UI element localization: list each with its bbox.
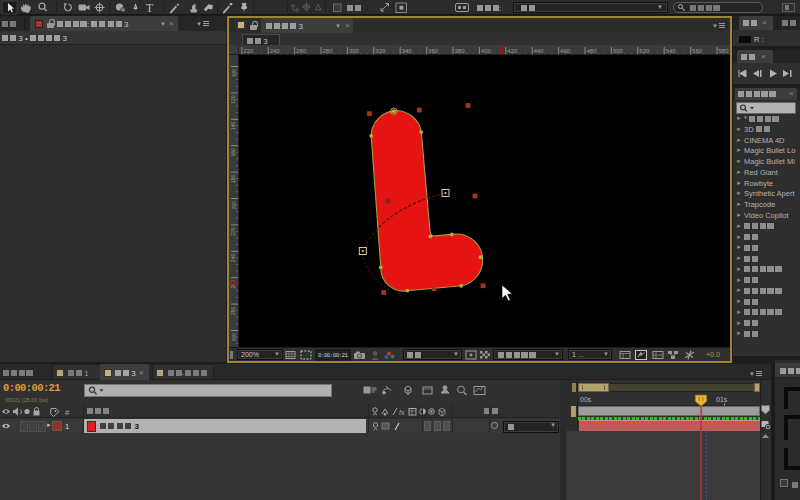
svg-text:220: 220 [231, 227, 237, 236]
svg-text:580: 580 [719, 48, 730, 54]
svg-text:480: 480 [587, 48, 598, 54]
svg-text:120: 120 [231, 95, 237, 104]
svg-text:560: 560 [692, 48, 703, 54]
svg-text:160: 160 [231, 148, 237, 157]
svg-text:300: 300 [349, 48, 360, 54]
svg-text:340: 340 [402, 48, 413, 54]
svg-text:300: 300 [231, 333, 237, 342]
svg-text:220: 220 [243, 48, 254, 54]
svg-text:360: 360 [428, 48, 439, 54]
svg-text:260: 260 [296, 48, 307, 54]
svg-text:200: 200 [231, 201, 237, 210]
svg-text:440: 440 [534, 48, 545, 54]
svg-text:140: 140 [231, 122, 237, 131]
svg-text:460: 460 [560, 48, 571, 54]
svg-text:100: 100 [231, 69, 237, 78]
svg-text:540: 540 [666, 48, 677, 54]
svg-text:240: 240 [270, 48, 281, 54]
svg-text:520: 520 [639, 48, 650, 54]
svg-text:400: 400 [481, 48, 492, 54]
svg-text:180: 180 [231, 174, 237, 183]
svg-text:380: 380 [455, 48, 466, 54]
svg-text:240: 240 [231, 254, 237, 263]
svg-text:#: # [65, 408, 70, 417]
svg-text:T: T [146, 2, 153, 14]
svg-text:320: 320 [375, 48, 386, 54]
svg-text:fx: fx [399, 408, 405, 415]
svg-text:280: 280 [323, 48, 334, 54]
svg-text:500: 500 [613, 48, 624, 54]
svg-text:280: 280 [231, 306, 237, 315]
svg-text:420: 420 [507, 48, 518, 54]
svg-text:0:00:00:21: 0:00:00:21 [318, 352, 349, 359]
